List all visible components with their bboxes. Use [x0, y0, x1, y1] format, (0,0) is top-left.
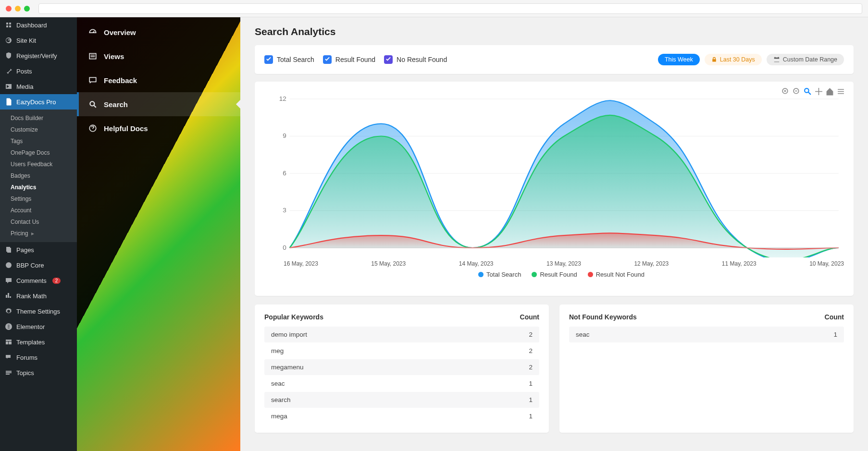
wp-nav-register-verify[interactable]: Register/Verify	[0, 48, 77, 63]
wp-sub-docs-builder[interactable]: Docs Builder	[6, 112, 77, 124]
wp-sub-pricing[interactable]: Pricing ▸	[6, 228, 77, 239]
sec-nav-views[interactable]: Views	[77, 44, 240, 68]
checkbox-label: No Result Found	[397, 56, 447, 63]
count-header: Count	[825, 313, 844, 321]
close-window-icon[interactable]	[6, 6, 12, 12]
wp-nav-dashboard[interactable]: Dashboard	[0, 17, 77, 33]
sec-nav-feedback[interactable]: Feedback	[77, 68, 240, 92]
checkbox-total-search[interactable]: Total Search	[264, 55, 314, 64]
wp-nav-templates[interactable]: Templates	[0, 334, 77, 350]
sec-nav-overview[interactable]: Overview	[77, 20, 240, 44]
popular-keywords-card: Popular Keywords Count demo import2meg2m…	[255, 305, 549, 433]
wp-sub-customize[interactable]: Customize	[6, 124, 77, 135]
calendar-icon	[773, 56, 780, 63]
pill-label: Custom Date Range	[783, 56, 837, 63]
svg-text:6: 6	[283, 170, 286, 177]
table-title: Not Found Keywords	[569, 313, 637, 321]
checkbox-result-found[interactable]: Result Found	[323, 55, 375, 64]
table-row: megamenu2	[264, 359, 539, 375]
page-title: Search Analytics	[255, 26, 854, 37]
wp-sub-users-feedback[interactable]: Users Feedback	[6, 158, 77, 170]
wp-nav-topics[interactable]: Topics	[0, 365, 77, 380]
wp-admin-sidebar: DashboardSite KitRegister/VerifyPostsMed…	[0, 17, 77, 451]
checkbox-no-result[interactable]: No Result Found	[384, 55, 447, 64]
table-row: meg2	[264, 343, 539, 359]
lock-icon	[711, 57, 717, 62]
wp-nav-rank-math[interactable]: Rank Math	[0, 288, 77, 304]
table-row: seac1	[569, 327, 844, 342]
count-header: Count	[520, 313, 539, 321]
notfound-keywords-card: Not Found Keywords Count seac1	[559, 305, 854, 433]
pill-last-30-days[interactable]: Last 30 Days	[705, 54, 762, 65]
table-row: search1	[264, 392, 539, 408]
sec-nav-helpful-docs[interactable]: Helpful Docs	[77, 116, 240, 140]
svg-point-4	[90, 101, 94, 106]
minimize-window-icon[interactable]	[15, 6, 21, 12]
maximize-window-icon[interactable]	[24, 6, 30, 12]
wp-nav-bbp-core[interactable]: BBP Core	[0, 257, 77, 273]
wp-nav-eazydocs-pro[interactable]: EazyDocs Pro	[0, 94, 77, 110]
table-title: Popular Keywords	[264, 313, 323, 321]
traffic-lights	[6, 6, 30, 12]
svg-rect-3	[89, 77, 96, 82]
wp-sub-settings[interactable]: Settings	[6, 193, 77, 205]
wp-sub-analytics[interactable]: Analytics	[6, 182, 77, 193]
wp-nav-comments[interactable]: Comments2	[0, 273, 77, 288]
checkbox-label: Result Found	[335, 56, 375, 63]
wp-nav-pages[interactable]: Pages	[0, 242, 77, 257]
table-row: mega1	[264, 408, 539, 424]
wp-sub-badges[interactable]: Badges	[6, 170, 77, 182]
x-axis-labels: 16 May, 202315 May, 202314 May, 202313 M…	[279, 257, 844, 267]
wp-sub-tags[interactable]: Tags	[6, 135, 77, 147]
chart-legend: Total Search Result Found Result Not Fou…	[279, 271, 844, 278]
legend-item[interactable]: Total Search	[478, 271, 521, 278]
wp-sub-onepage-docs[interactable]: OnePage Docs	[6, 147, 77, 158]
chart-card: 036912 16 May, 202315 May, 202314 May, 2…	[255, 82, 854, 296]
pill-this-week[interactable]: This Week	[658, 54, 700, 65]
legend-item[interactable]: Result Not Found	[588, 271, 645, 278]
wp-sub-contact-us[interactable]: Contact Us	[6, 216, 77, 228]
wp-nav-elementor[interactable]: Elementor	[0, 319, 77, 334]
wp-sub-account[interactable]: Account	[6, 205, 77, 216]
svg-text:3: 3	[283, 207, 286, 214]
chart-svg: 036912	[279, 94, 844, 257]
checkbox-label: Total Search	[277, 56, 314, 63]
wp-subnav: Docs BuilderCustomizeTagsOnePage DocsUse…	[0, 110, 77, 242]
wp-nav-site-kit[interactable]: Site Kit	[0, 33, 77, 48]
table-row: demo import2	[264, 327, 539, 342]
svg-text:12: 12	[279, 96, 286, 102]
wp-nav-posts[interactable]: Posts	[0, 63, 77, 79]
wp-nav-forums[interactable]: Forums	[0, 350, 77, 365]
main-content: Search Analytics Total Search Result Fou…	[240, 17, 868, 451]
svg-text:0: 0	[283, 244, 286, 251]
pill-custom-date[interactable]: Custom Date Range	[767, 54, 844, 65]
table-row: seac1	[264, 376, 539, 391]
svg-text:9: 9	[283, 133, 286, 139]
url-bar[interactable]	[38, 3, 862, 14]
filter-bar: Total Search Result Found No Result Foun…	[255, 45, 854, 74]
svg-point-0	[6, 262, 12, 268]
browser-chrome	[0, 0, 868, 17]
wp-nav-theme-settings[interactable]: Theme Settings	[0, 304, 77, 319]
wp-nav-media[interactable]: Media	[0, 79, 77, 94]
eazydocs-subnav: OverviewViewsFeedbackSearchHelpful Docs	[77, 17, 240, 451]
sec-nav-search[interactable]: Search	[77, 92, 240, 116]
legend-item[interactable]: Result Found	[532, 271, 577, 278]
pill-label: Last 30 Days	[720, 56, 755, 63]
svg-rect-2	[89, 53, 96, 59]
